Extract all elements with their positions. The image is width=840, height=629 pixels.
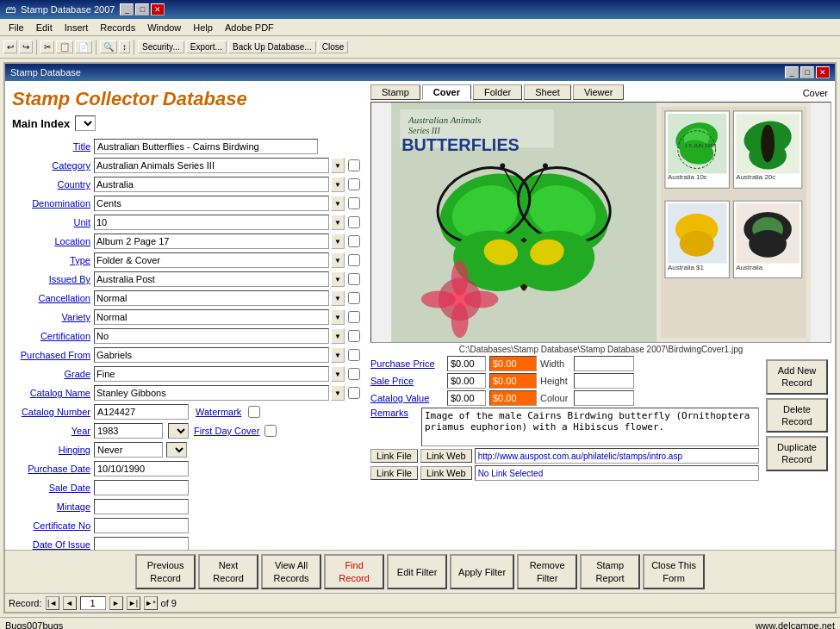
field-label-purchased-from[interactable]: Purchased From — [12, 350, 94, 360]
menu-help[interactable]: Help — [188, 22, 218, 34]
menu-adobe-pdf[interactable]: Adobe PDF — [220, 22, 279, 34]
link-file-btn-1[interactable]: Link File — [370, 449, 418, 463]
field-label-first-day-cover[interactable]: First Day Cover — [194, 426, 259, 436]
menu-edit[interactable]: Edit — [31, 22, 58, 34]
width-input[interactable] — [574, 356, 634, 371]
tool-undo[interactable]: ↩ — [3, 40, 17, 53]
location-dropdown-btn[interactable]: ▼ — [331, 234, 345, 249]
field-input-denomination[interactable] — [94, 196, 329, 211]
tab-viewer[interactable]: Viewer — [573, 84, 624, 100]
field-input-date-of-issue[interactable] — [94, 537, 189, 550]
purchase-price-orange-input[interactable] — [489, 356, 537, 371]
field-label-date-of-issue[interactable]: Date Of Issue — [12, 539, 94, 550]
next-record-button[interactable]: Next Record — [198, 554, 258, 589]
field-input-grade[interactable] — [94, 366, 329, 382]
nav-prev-btn[interactable]: ◄ — [63, 596, 77, 610]
field-input-issued-by[interactable] — [94, 271, 329, 287]
purchased-from-dropdown-btn[interactable]: ▼ — [331, 347, 345, 363]
field-label-location[interactable]: Location — [12, 236, 94, 246]
purchased-from-checkbox[interactable] — [348, 349, 360, 361]
field-label-type[interactable]: Type — [12, 255, 94, 265]
field-input-unit[interactable] — [94, 215, 329, 230]
purchase-price-input[interactable] — [447, 356, 486, 371]
colour-input[interactable] — [574, 390, 634, 406]
tool-cut[interactable]: ✂ — [40, 40, 54, 53]
field-label-watermark[interactable]: Watermark — [196, 407, 241, 417]
maximize-btn[interactable]: □ — [135, 3, 149, 16]
field-label-grade[interactable]: Grade — [12, 369, 94, 379]
country-dropdown-btn[interactable]: ▼ — [331, 177, 345, 192]
tool-paste[interactable]: 📄 — [75, 40, 92, 53]
tool-sort[interactable]: ↕ — [119, 40, 130, 53]
field-input-catalog-name[interactable] — [94, 385, 329, 401]
duplicate-record-button[interactable]: Duplicate Record — [766, 436, 828, 471]
field-label-mintage[interactable]: Mintage — [12, 501, 94, 512]
field-label-denomination[interactable]: Denomination — [12, 198, 94, 209]
variety-dropdown-btn[interactable]: ▼ — [331, 309, 345, 325]
add-new-record-button[interactable]: Add New Record — [766, 359, 828, 395]
link-url-2[interactable] — [475, 465, 759, 481]
field-label-certificate-no[interactable]: Certificate No — [12, 520, 94, 531]
location-checkbox[interactable] — [348, 235, 360, 247]
field-label-country[interactable]: Country — [12, 179, 94, 190]
issued-by-checkbox[interactable] — [348, 273, 360, 285]
tool-backup[interactable]: Back Up Database... — [228, 40, 316, 53]
year-dropdown[interactable]: ▼ — [168, 423, 189, 439]
tab-cover[interactable]: Cover — [422, 84, 471, 100]
field-input-cancellation[interactable] — [94, 290, 329, 306]
sale-price-input[interactable] — [447, 373, 486, 389]
tool-find[interactable]: 🔍 — [100, 40, 117, 53]
denomination-checkbox[interactable] — [348, 197, 360, 209]
watermark-checkbox[interactable] — [248, 406, 260, 418]
cancellation-dropdown-btn[interactable]: ▼ — [331, 290, 345, 306]
field-label-hinging[interactable]: Hinging — [12, 445, 94, 455]
denomination-dropdown-btn[interactable]: ▼ — [331, 196, 345, 211]
field-input-mintage[interactable] — [94, 499, 189, 514]
field-input-purchased-from[interactable] — [94, 347, 329, 363]
link-web-btn-1[interactable]: Link Web — [420, 449, 472, 463]
sale-price-label[interactable]: Sale Price — [370, 376, 444, 386]
grade-dropdown-btn[interactable]: ▼ — [331, 366, 345, 382]
link-file-btn-2[interactable]: Link File — [370, 466, 418, 480]
field-label-variety[interactable]: Variety — [12, 312, 94, 322]
field-label-issued-by[interactable]: Issued By — [12, 274, 94, 284]
field-label-category[interactable]: Category — [12, 160, 94, 171]
field-label-cancellation[interactable]: Cancellation — [12, 293, 94, 303]
field-input-title[interactable] — [94, 139, 318, 154]
win-close-btn[interactable]: ✕ — [816, 66, 830, 78]
catalog-value-input[interactable] — [447, 390, 486, 406]
menu-window[interactable]: Window — [142, 22, 186, 34]
link-url-1[interactable] — [475, 448, 759, 464]
hinging-dropdown[interactable]: ▼ — [166, 442, 187, 458]
purchase-price-label[interactable]: Purchase Price — [370, 358, 444, 369]
type-checkbox[interactable] — [348, 254, 360, 266]
tool-close[interactable]: Close — [318, 40, 349, 53]
field-input-location[interactable] — [94, 234, 329, 249]
link-web-btn-2[interactable]: Link Web — [420, 466, 472, 480]
previous-record-button[interactable]: Previous Record — [135, 554, 196, 589]
type-dropdown-btn[interactable]: ▼ — [331, 252, 345, 268]
view-all-records-button[interactable]: View All Records — [261, 554, 321, 589]
field-input-purchase-date[interactable] — [94, 461, 189, 476]
remove-filter-button[interactable]: Remove Filter — [517, 554, 577, 589]
catalog-value-label[interactable]: Catalog Value — [370, 393, 444, 403]
delete-record-button[interactable]: Delete Record — [766, 398, 828, 433]
close-this-form-button[interactable]: Close This Form — [643, 554, 705, 589]
menu-records[interactable]: Records — [95, 22, 140, 34]
nav-record-input[interactable] — [80, 596, 106, 610]
catalog-value-orange-input[interactable] — [489, 390, 537, 406]
field-label-purchase-date[interactable]: Purchase Date — [12, 464, 94, 474]
field-input-year[interactable] — [94, 423, 163, 439]
tool-copy[interactable]: 📋 — [56, 40, 73, 53]
issued-by-dropdown-btn[interactable]: ▼ — [331, 271, 345, 287]
field-input-certification[interactable] — [94, 328, 329, 344]
category-checkbox[interactable] — [348, 159, 360, 171]
height-input[interactable] — [574, 373, 634, 389]
field-input-country[interactable] — [94, 177, 329, 192]
field-input-catalog-number[interactable] — [94, 404, 189, 420]
tab-sheet[interactable]: Sheet — [524, 84, 571, 100]
field-label-unit[interactable]: Unit — [12, 217, 94, 227]
win-min-btn[interactable]: _ — [785, 66, 799, 78]
nav-first-btn[interactable]: |◄ — [46, 596, 59, 610]
sale-price-orange-input[interactable] — [489, 373, 537, 389]
